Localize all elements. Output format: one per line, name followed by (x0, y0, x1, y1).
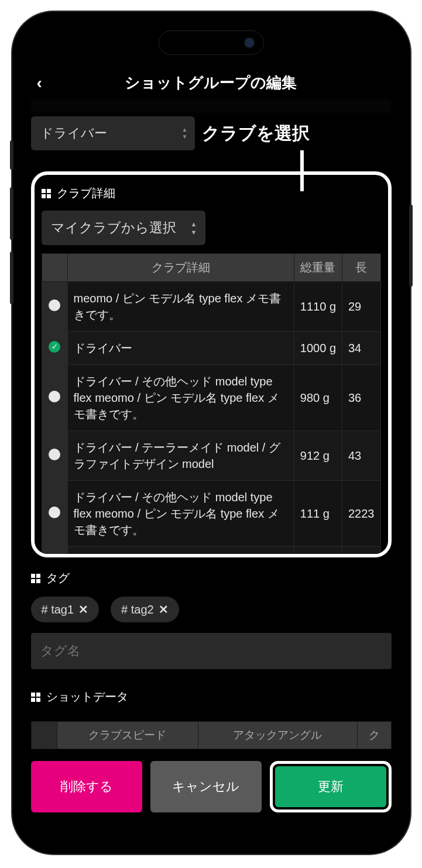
button-row: 削除する キャンセル 更新 (31, 761, 392, 812)
club-detail-cell: ドライバー (67, 332, 294, 365)
table-row[interactable]: ドライバー / その他ヘッド model type flex meomo / ピ… (42, 481, 380, 547)
club-weight-cell: 111 g (294, 481, 342, 547)
tag-chip[interactable]: # tag1 ✕ (31, 597, 100, 622)
update-highlight: 更新 (270, 761, 392, 812)
side-button (10, 252, 13, 304)
club-weight-cell: 912 g (294, 431, 342, 481)
annotation-pointer (300, 150, 304, 191)
remove-tag-icon[interactable]: ✕ (159, 602, 169, 616)
grid-icon (42, 189, 51, 198)
tag-label: # tag1 (42, 603, 74, 616)
tag-name-input[interactable] (31, 633, 392, 669)
club-detail-cell: ドライバー / テーラーメイド model / グラファイトデザイン model (67, 431, 294, 481)
cancel-button[interactable]: キャンセル (150, 761, 262, 812)
remove-tag-icon[interactable]: ✕ (78, 602, 88, 616)
col-detail: クラブ詳細 (67, 254, 294, 282)
radio-icon[interactable] (49, 341, 60, 353)
grid-icon (31, 574, 40, 583)
shot-col-header: アタックアングル (198, 722, 357, 749)
table-row[interactable]: ドライバー / テーラーメイド model / グラファイトデザイン model… (42, 431, 380, 481)
radio-icon[interactable] (49, 299, 60, 311)
myclub-picker-dropdown[interactable]: マイクラブから選択 ▲▼ (42, 211, 205, 245)
club-length-cell: 36 (342, 365, 381, 431)
col-length: 長 (342, 254, 381, 282)
side-button (10, 140, 13, 170)
panel-title: クラブ詳細 (57, 185, 115, 201)
club-table: クラブ詳細 総重量 長 meomo / ピン モデル名 type flex メモ… (42, 253, 381, 557)
shot-heading: ショットデータ (31, 689, 392, 705)
club-length-cell: 2223 (342, 481, 381, 547)
club-detail-panel: クラブ詳細 マイクラブから選択 ▲▼ クラブ詳細 総重量 長 (31, 171, 392, 557)
stepper-icon: ▲▼ (191, 221, 197, 235)
shot-col-header: ク (357, 722, 391, 749)
phone-screen: ‹ ショットグループの編集 ドライバー ▲▼ クラブを選択 クラブ詳細 マイクラ… (20, 20, 402, 846)
radio-icon[interactable] (49, 449, 60, 460)
back-button[interactable]: ‹ (31, 74, 42, 92)
annotation-label: クラブを選択 (202, 122, 392, 146)
shot-title: ショットデータ (46, 689, 128, 705)
side-button (10, 187, 13, 240)
dynamic-island (159, 30, 264, 55)
panel-heading: クラブ詳細 (42, 185, 381, 201)
shot-data-table: クラブスピードアタックアングルク (31, 721, 392, 749)
radio-icon[interactable] (49, 391, 60, 402)
club-select-value: ドライバー (40, 126, 107, 140)
club-weight-cell: 1000 g (294, 332, 342, 365)
page-title: ショットグループの編集 (54, 73, 368, 93)
table-row[interactable]: meomo / ピン モデル名 type flex メモ書きです。1110 g2… (42, 282, 380, 332)
club-length-cell: 34 (342, 332, 381, 365)
table-row[interactable]: ドライバー / その他ヘッド model type flex meomo / ピ… (42, 365, 380, 431)
header: ‹ ショットグループの編集 (31, 73, 392, 93)
club-detail-cell: ドライバー / その他ヘッドメーカー メモのその (67, 547, 294, 558)
table-row[interactable]: ドライバー / その他ヘッドメーカー メモのそのgc (42, 547, 380, 558)
table-row[interactable]: ドライバー1000 g34 (42, 332, 380, 365)
club-length-cell: 29 (342, 282, 381, 332)
stepper-icon: ▲▼ (182, 127, 188, 140)
radio-icon[interactable] (49, 507, 60, 518)
club-select-dropdown[interactable]: ドライバー ▲▼ (31, 116, 195, 150)
club-weight-cell: g (294, 547, 342, 558)
club-detail-cell: meomo / ピン モデル名 type flex メモ書きです。 (67, 282, 294, 332)
club-weight-cell: 1110 g (294, 282, 342, 332)
myclub-picker-value: マイクラブから選択 (51, 220, 176, 235)
tag-chip[interactable]: # tag2 ✕ (111, 597, 179, 622)
club-length-cell: 43 (342, 431, 381, 481)
delete-button[interactable]: 削除する (31, 761, 142, 812)
tags-section: タグ # tag1 ✕# tag2 ✕ (31, 570, 392, 669)
tags-heading: タグ (31, 570, 392, 586)
col-weight: 総重量 (294, 254, 342, 282)
phone-frame: ‹ ショットグループの編集 ドライバー ▲▼ クラブを選択 クラブ詳細 マイクラ… (12, 12, 410, 854)
club-detail-cell: ドライバー / その他ヘッド model type flex meomo / ピ… (67, 481, 294, 547)
update-button[interactable]: 更新 (275, 766, 386, 807)
shot-col-header: クラブスピード (57, 722, 198, 749)
club-weight-cell: 980 g (294, 365, 342, 431)
club-length-cell: c (342, 547, 381, 558)
tag-label: # tag2 (121, 603, 154, 616)
tags-title: タグ (46, 570, 70, 586)
club-detail-cell: ドライバー / その他ヘッド model type flex meomo / ピ… (67, 365, 294, 431)
side-button (409, 205, 413, 287)
blurred-row (31, 99, 392, 113)
grid-icon (31, 693, 40, 702)
